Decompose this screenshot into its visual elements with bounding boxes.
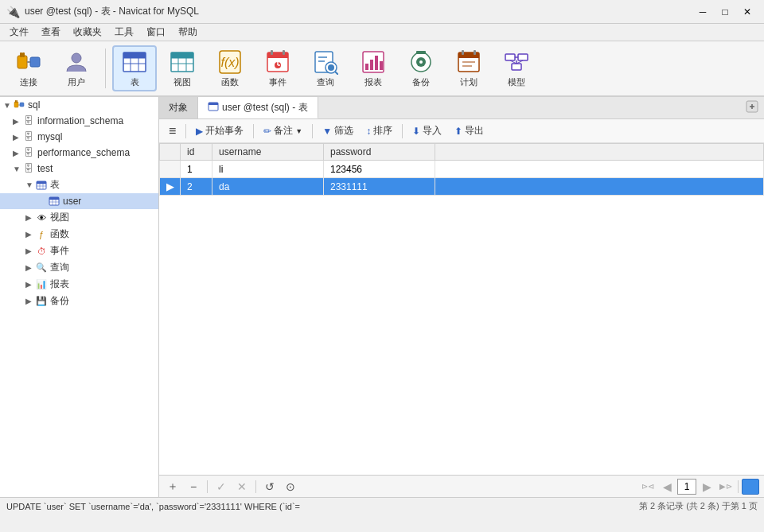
delete-record-button[interactable]: − xyxy=(185,479,202,495)
begin-transaction-button[interactable]: ▶ 开始事务 xyxy=(191,122,248,139)
history-button[interactable]: ⊙ xyxy=(282,479,299,495)
toolbar-table[interactable]: 表 xyxy=(112,45,157,91)
refresh-button[interactable]: ↺ xyxy=(261,479,279,495)
menu-tools[interactable]: 工具 xyxy=(108,24,140,41)
svg-rect-56 xyxy=(15,100,17,103)
page-last-button[interactable]: ▶⊳ xyxy=(717,479,735,495)
toolbar-view[interactable]: 视图 xyxy=(160,45,205,91)
sidebar-item-funcs-folder[interactable]: ▶ ƒ 函数 xyxy=(0,226,158,243)
menu-view[interactable]: 查看 xyxy=(35,24,67,41)
close-button[interactable]: ✕ xyxy=(737,4,758,20)
bottom-toolbar: ＋ − ✓ ✕ ↺ ⊙ ⊳⊲ ◀ 1 ▶ ▶⊳ xyxy=(159,475,764,497)
svg-point-40 xyxy=(419,60,423,64)
page-first-button[interactable]: ⊳⊲ xyxy=(639,479,657,495)
comment-button[interactable]: ✏ 备注 ▼ xyxy=(259,122,307,139)
toolbar-query-label: 查询 xyxy=(317,76,334,88)
menu-help[interactable]: 帮助 xyxy=(172,24,204,41)
toolbar-func[interactable]: f(x) 函数 xyxy=(208,45,252,91)
toolbar-query[interactable]: 查询 xyxy=(303,45,348,91)
maximize-button[interactable]: □ xyxy=(715,4,735,20)
cell-id-1[interactable]: 1 xyxy=(181,161,212,178)
sort-button[interactable]: ↕ 排序 xyxy=(361,122,397,139)
svg-point-29 xyxy=(328,64,334,71)
toolbar-backup[interactable]: 备份 xyxy=(399,45,443,91)
sidebar-item-tables-folder[interactable]: ▼ 表 xyxy=(0,177,158,193)
sub-sep-2 xyxy=(253,124,254,138)
th-username[interactable]: username xyxy=(212,144,324,161)
tab-objects[interactable]: 对象 xyxy=(159,97,198,118)
filter-icon: ▼ xyxy=(322,126,332,137)
data-table: id username password 1 li 123456 xyxy=(159,143,764,196)
toolbar-connect-label: 连接 xyxy=(20,76,37,88)
toolbar-backup-label: 备份 xyxy=(412,76,430,88)
sub-toolbar: ≡ ▶ 开始事务 ✏ 备注 ▼ ▼ 筛选 ↕ 排序 ⬇ xyxy=(159,119,764,143)
sidebar-item-reports-folder[interactable]: ▶ 📊 报表 xyxy=(0,276,158,293)
export-button[interactable]: ⬆ 导出 xyxy=(450,122,489,139)
sidebar-item-info-schema[interactable]: ▶ 🗄 information_schema xyxy=(0,113,158,129)
import-button[interactable]: ⬇ 导入 xyxy=(407,122,446,139)
view-folder-icon: 👁 xyxy=(35,212,48,224)
menu-favorites[interactable]: 收藏夹 xyxy=(67,24,108,41)
toolbar-report[interactable]: 报表 xyxy=(351,45,396,91)
toolbar-user-label: 用户 xyxy=(68,76,85,88)
svg-rect-49 xyxy=(518,54,528,60)
sidebar-item-mysql[interactable]: ▶ 🗄 mysql xyxy=(0,129,158,145)
model-icon xyxy=(504,49,529,75)
svg-rect-22 xyxy=(271,50,273,55)
sidebar-item-test[interactable]: ▼ 🗄 test xyxy=(0,161,158,177)
tab-user-table[interactable]: user @test (sql) - 表 xyxy=(198,97,318,118)
comment-dropdown: ▼ xyxy=(295,127,302,135)
sort-icon: ↕ xyxy=(366,126,371,137)
filter-label: 筛选 xyxy=(334,124,353,138)
cancel-button[interactable]: ✕ xyxy=(233,479,251,495)
toolbar-user[interactable]: 用户 xyxy=(54,45,99,91)
toolbar-connect[interactable]: 连接 xyxy=(6,45,51,91)
svg-rect-41 xyxy=(416,51,426,54)
cell-id-2[interactable]: 2 xyxy=(181,178,212,196)
sidebar-item-user-table[interactable]: user xyxy=(0,193,158,209)
table-row-selected[interactable]: ▶ 2 da 2331111 xyxy=(160,178,764,196)
sidebar-item-perf-schema[interactable]: ▶ 🗄 performance_schema xyxy=(0,145,158,161)
sidebar-item-queries-folder[interactable]: ▶ 🔍 查询 xyxy=(0,259,158,276)
tree-arrow: ▶ xyxy=(25,230,35,239)
page-prev-button[interactable]: ◀ xyxy=(658,479,676,495)
content-area: 对象 user @test (sql) - 表 xyxy=(159,97,764,497)
page-next-button[interactable]: ▶ xyxy=(698,479,715,495)
import-icon: ⬇ xyxy=(412,126,420,137)
confirm-button[interactable]: ✓ xyxy=(212,479,230,495)
cell-password-1[interactable]: 123456 xyxy=(324,161,435,178)
menu-button[interactable]: ≡ xyxy=(164,122,181,140)
report-icon xyxy=(361,49,386,75)
filter-button[interactable]: ▼ 筛选 xyxy=(318,122,358,139)
svg-rect-44 xyxy=(462,50,464,55)
th-id[interactable]: id xyxy=(181,144,212,161)
toolbar-schedule[interactable]: 计划 xyxy=(446,45,491,91)
sidebar-item-sql[interactable]: ▼ sql xyxy=(0,97,158,113)
cell-password-2[interactable]: 2331111 xyxy=(324,178,435,196)
sidebar-label-backups: 备份 xyxy=(50,294,69,308)
db-icon: 🗄 xyxy=(22,162,35,175)
toolbar-model[interactable]: 模型 xyxy=(494,45,539,91)
svg-rect-7 xyxy=(123,52,146,58)
cell-username-2[interactable]: da xyxy=(212,178,324,196)
sidebar-item-events-folder[interactable]: ▶ ⏱ 事件 xyxy=(0,243,158,259)
tab-objects-label: 对象 xyxy=(169,101,188,115)
event-icon xyxy=(265,49,290,75)
grid-view-button[interactable] xyxy=(742,479,759,495)
svg-rect-58 xyxy=(20,103,24,107)
bottom-sep-2 xyxy=(255,480,256,493)
sidebar-item-views-folder[interactable]: ▶ 👁 视图 xyxy=(0,209,158,226)
add-record-button[interactable]: ＋ xyxy=(164,479,181,495)
cell-username-1[interactable]: li xyxy=(212,161,324,178)
toolbar-event[interactable]: 事件 xyxy=(255,45,300,91)
menu-window[interactable]: 窗口 xyxy=(140,24,172,41)
menu-file[interactable]: 文件 xyxy=(3,24,35,41)
minimize-button[interactable]: ─ xyxy=(692,4,713,20)
th-password[interactable]: password xyxy=(324,144,435,161)
sidebar-item-backups-folder[interactable]: ▶ 💾 备份 xyxy=(0,293,158,309)
svg-line-30 xyxy=(335,72,338,75)
sidebar-label-mysql: mysql xyxy=(37,131,62,142)
func-folder-icon: ƒ xyxy=(35,228,48,241)
table-row[interactable]: 1 li 123456 xyxy=(160,161,764,178)
sidebar-label-perf-schema: performance_schema xyxy=(37,147,130,158)
